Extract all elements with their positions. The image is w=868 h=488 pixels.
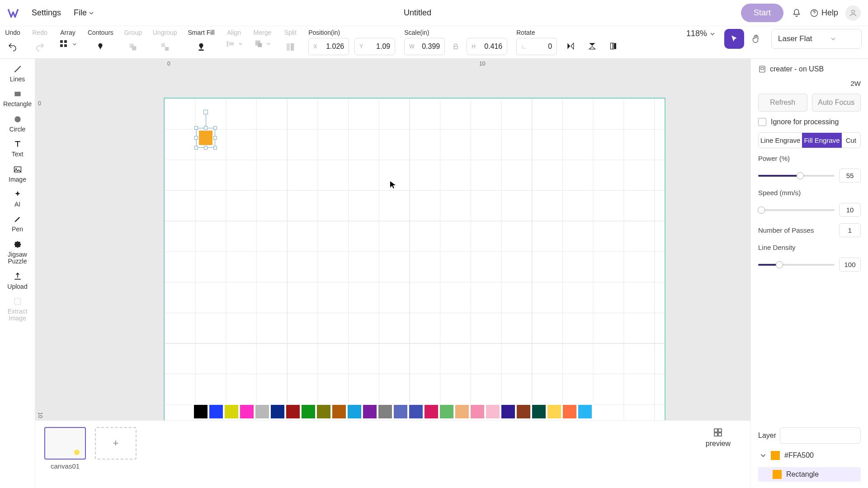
layer-select[interactable] [780, 427, 861, 444]
color-swatch[interactable] [486, 405, 500, 418]
tab-cut[interactable]: Cut [842, 133, 860, 148]
extract-image-tool[interactable]: Extract Image [0, 295, 35, 324]
split-button[interactable] [282, 39, 298, 55]
resize-handle-e[interactable] [213, 136, 217, 140]
position-y-field[interactable]: Y1.09 [354, 38, 395, 55]
resize-handle-s[interactable] [204, 146, 208, 150]
density-slider[interactable] [758, 264, 835, 266]
color-swatch[interactable] [425, 405, 438, 418]
color-swatch[interactable] [317, 405, 330, 418]
align-button[interactable] [226, 39, 243, 49]
color-swatch[interactable] [240, 405, 254, 418]
aspect-lock-button[interactable] [450, 38, 461, 55]
rotation-handle[interactable] [203, 110, 208, 114]
color-swatch[interactable] [563, 405, 576, 418]
laser-mode-select[interactable]: Laser Flat [771, 29, 862, 49]
scale-h-field[interactable]: H0.416 [467, 38, 507, 55]
resize-handle-se[interactable] [213, 146, 217, 150]
density-value-field[interactable]: 100 [839, 258, 861, 272]
start-button[interactable]: Start [741, 4, 783, 22]
svg-rect-25 [14, 298, 20, 304]
resize-handle-nw[interactable] [194, 126, 198, 130]
merge-button[interactable] [254, 39, 271, 49]
redo-button[interactable] [32, 39, 48, 55]
lines-tool[interactable]: Lines [0, 62, 35, 84]
resize-handle-ne[interactable] [213, 126, 217, 130]
canvas-area[interactable]: 0 10 0 10 [35, 59, 750, 488]
resize-handle-sw[interactable] [194, 146, 198, 150]
color-swatch[interactable] [409, 405, 423, 418]
jigsaw-tool[interactable]: Jigsaw Puzzle [0, 238, 35, 267]
passes-value-field[interactable]: 1 [839, 223, 861, 237]
text-tool[interactable]: Text [0, 137, 35, 160]
mirror-button[interactable] [606, 38, 622, 54]
power-value-field[interactable]: 55 [839, 169, 861, 183]
color-swatch[interactable] [348, 405, 361, 418]
color-swatch[interactable] [517, 405, 530, 418]
canvas-thumbnail[interactable] [44, 427, 86, 460]
selected-rectangle-object[interactable] [196, 128, 215, 148]
speed-slider[interactable] [758, 209, 835, 211]
image-icon [13, 164, 23, 174]
color-swatch[interactable] [394, 405, 407, 418]
zoom-dropdown[interactable]: 118% [686, 29, 722, 38]
color-swatch[interactable] [547, 405, 561, 418]
color-swatch[interactable] [209, 405, 223, 418]
user-avatar[interactable] [845, 5, 861, 21]
color-swatch[interactable] [578, 405, 592, 418]
scale-w-field[interactable]: W0.399 [404, 38, 445, 55]
artboard[interactable] [164, 98, 665, 427]
preview-button[interactable]: preview [706, 427, 731, 448]
pan-tool-button[interactable] [746, 29, 766, 49]
color-swatch[interactable] [271, 405, 284, 418]
help-button[interactable]: Help [810, 8, 838, 18]
ignore-processing-checkbox[interactable]: Ignore for processing [758, 118, 861, 126]
color-swatch[interactable] [302, 405, 315, 418]
auto-focus-button[interactable]: Auto Focus [812, 94, 861, 112]
pen-tool[interactable]: Pen [0, 212, 35, 235]
settings-menu[interactable]: Settings [32, 8, 61, 18]
resize-handle-w[interactable] [194, 136, 198, 140]
color-swatch[interactable] [255, 405, 269, 418]
contours-button[interactable] [92, 39, 108, 55]
image-tool[interactable]: Image [0, 163, 35, 185]
select-tool-button[interactable] [724, 29, 744, 49]
tab-line-engrave[interactable]: Line Engrave [759, 133, 802, 148]
color-swatch[interactable] [332, 405, 346, 418]
rotate-field[interactable]: ∟0 [516, 38, 557, 55]
flip-horizontal-button[interactable] [562, 38, 579, 54]
group-button[interactable] [125, 39, 141, 55]
color-swatch[interactable] [532, 405, 546, 418]
circle-tool[interactable]: Circle [0, 113, 35, 135]
merge-label: Merge [254, 29, 272, 36]
color-swatch[interactable] [501, 405, 515, 418]
split-label: Split [284, 29, 297, 36]
color-swatch[interactable] [378, 405, 392, 418]
rectangle-tool[interactable]: Rectangle [0, 87, 35, 109]
tab-fill-engrave[interactable]: Fill Engrave [802, 133, 841, 148]
ungroup-button[interactable] [157, 39, 173, 55]
position-x-field[interactable]: X1.026 [308, 38, 349, 55]
color-swatch[interactable] [225, 405, 238, 418]
array-button[interactable] [59, 39, 77, 50]
color-swatch[interactable] [363, 405, 377, 418]
speed-value-field[interactable]: 10 [839, 203, 861, 217]
upload-tool[interactable]: Upload [0, 270, 35, 292]
color-swatch[interactable] [286, 405, 300, 418]
resize-handle-n[interactable] [204, 126, 208, 130]
layer-object-item[interactable]: Rectangle [758, 467, 861, 482]
power-slider[interactable] [758, 175, 835, 177]
color-swatch[interactable] [471, 405, 484, 418]
smart-fill-button[interactable] [193, 39, 209, 55]
undo-button[interactable] [5, 39, 21, 55]
ai-tool[interactable]: AI [0, 188, 35, 210]
color-swatch[interactable] [194, 405, 208, 418]
file-menu[interactable]: File [74, 8, 94, 18]
refresh-button[interactable]: Refresh [758, 94, 807, 112]
color-swatch[interactable] [455, 405, 469, 418]
layer-group-item[interactable]: #FFA500 [758, 448, 861, 463]
color-swatch[interactable] [440, 405, 453, 418]
flip-vertical-button[interactable] [584, 38, 600, 54]
notifications-icon[interactable] [791, 7, 802, 19]
add-canvas-button[interactable]: + [95, 427, 137, 460]
